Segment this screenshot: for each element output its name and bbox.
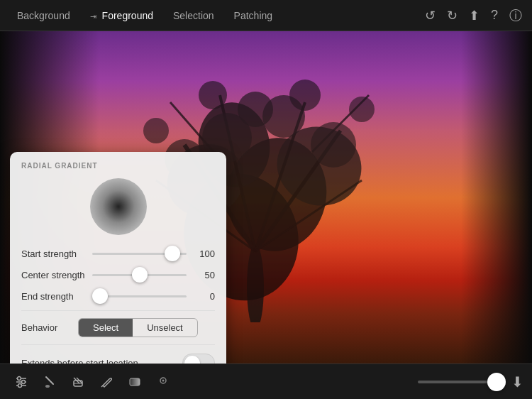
bottom-toolbar: ⬇ <box>0 364 532 399</box>
end-strength-slider[interactable] <box>92 289 187 303</box>
center-strength-slider[interactable] <box>92 268 187 282</box>
start-strength-thumb[interactable] <box>165 246 180 261</box>
adjustments-tool-button[interactable] <box>9 369 34 395</box>
gradient-preview <box>90 178 147 235</box>
stamp-tool-button[interactable] <box>150 369 176 395</box>
eraser-icon <box>71 375 85 389</box>
center-strength-value: 50 <box>192 270 215 280</box>
tab-patching-label: Patching <box>234 10 272 21</box>
eraser-tool-button[interactable] <box>65 369 91 395</box>
end-strength-row: End strength 0 <box>21 289 215 303</box>
stamp-icon <box>156 375 170 389</box>
toggle-extends-before[interactable] <box>182 354 215 364</box>
bottom-left-icons <box>9 369 176 395</box>
toggle-extends-before-row: Extends before start location <box>21 352 215 364</box>
canvas-area: RADIAL GRADIENT Start strength 100 Cente… <box>0 31 532 364</box>
undo-button[interactable]: ↺ <box>425 8 436 23</box>
start-strength-slider[interactable] <box>92 246 187 261</box>
gradient-tool-button[interactable] <box>122 369 148 395</box>
svg-point-28 <box>18 383 22 387</box>
tab-background[interactable]: Background <box>7 6 80 26</box>
svg-point-19 <box>199 81 227 109</box>
svg-point-21 <box>349 97 375 122</box>
help-button[interactable]: ? <box>491 8 498 23</box>
info-button[interactable]: ⓘ <box>509 7 522 24</box>
start-strength-value: 100 <box>192 248 215 259</box>
opacity-slider-thumb[interactable] <box>487 373 506 391</box>
divider-1 <box>21 310 215 311</box>
svg-point-26 <box>18 376 21 380</box>
tab-selection-label: Selection <box>173 10 214 21</box>
tab-selection[interactable]: Selection <box>163 6 224 26</box>
svg-point-18 <box>238 92 273 127</box>
behavior-row: Behavior Select Unselect <box>21 318 215 337</box>
foreground-arrow-icon: ⇥ <box>90 12 96 21</box>
end-strength-track <box>92 295 187 297</box>
toggle-extends-before-label: Extends before start location <box>21 358 138 364</box>
svg-point-17 <box>311 122 356 168</box>
panel-title: RADIAL GRADIENT <box>21 162 215 170</box>
start-strength-label: Start strength <box>21 248 92 259</box>
svg-point-27 <box>22 380 26 383</box>
svg-point-30 <box>45 385 50 388</box>
svg-point-38 <box>162 379 165 381</box>
svg-rect-36 <box>130 378 140 386</box>
toggle-extends-before-knob <box>184 356 200 364</box>
toolbar-right-icons: ↺ ↻ ⬆ ? ⓘ <box>425 7 532 24</box>
gradient-panel: RADIAL GRADIENT Start strength 100 Cente… <box>10 152 226 364</box>
bottom-right: ⬇ <box>418 373 523 390</box>
end-strength-label: End strength <box>21 291 92 302</box>
start-strength-row: Start strength 100 <box>21 246 215 261</box>
brush-icon <box>43 375 57 389</box>
tab-background-label: Background <box>17 10 70 21</box>
pen-tool-button[interactable] <box>94 369 119 395</box>
redo-button[interactable]: ↻ <box>447 8 458 23</box>
behavior-buttons: Select Unselect <box>78 318 198 337</box>
svg-point-22 <box>143 118 169 143</box>
brush-tool-button[interactable] <box>37 369 62 395</box>
divider-2 <box>21 344 215 345</box>
tab-foreground-label: Foreground <box>102 10 153 21</box>
gradient-icon <box>128 375 142 389</box>
adjustments-icon <box>14 375 28 389</box>
end-strength-value: 0 <box>192 291 215 302</box>
svg-line-35 <box>101 386 103 387</box>
center-strength-thumb[interactable] <box>132 267 148 283</box>
pen-icon <box>99 375 113 389</box>
layer-action-button[interactable]: ⬇ <box>511 373 523 390</box>
top-toolbar: Background ⇥ Foreground Selection Patchi… <box>0 0 532 31</box>
behavior-label: Behavior <box>21 322 78 333</box>
vignette-right <box>461 31 532 364</box>
tab-patching[interactable]: Patching <box>224 6 282 26</box>
behavior-unselect-button[interactable]: Unselect <box>133 319 197 337</box>
tab-foreground[interactable]: ⇥ Foreground <box>80 6 163 26</box>
toolbar-tabs: Background ⇥ Foreground Selection Patchi… <box>0 6 425 26</box>
behavior-select-button[interactable]: Select <box>79 319 133 337</box>
share-button[interactable]: ⬆ <box>469 8 480 23</box>
svg-line-29 <box>46 377 53 384</box>
svg-point-20 <box>289 80 321 111</box>
center-strength-label: Center strength <box>21 270 92 280</box>
end-strength-thumb[interactable] <box>92 288 108 304</box>
center-strength-row: Center strength 50 <box>21 268 215 282</box>
start-strength-track <box>92 253 187 255</box>
center-strength-track <box>92 274 187 276</box>
opacity-slider-wrap <box>418 381 503 383</box>
opacity-slider[interactable] <box>418 381 503 383</box>
